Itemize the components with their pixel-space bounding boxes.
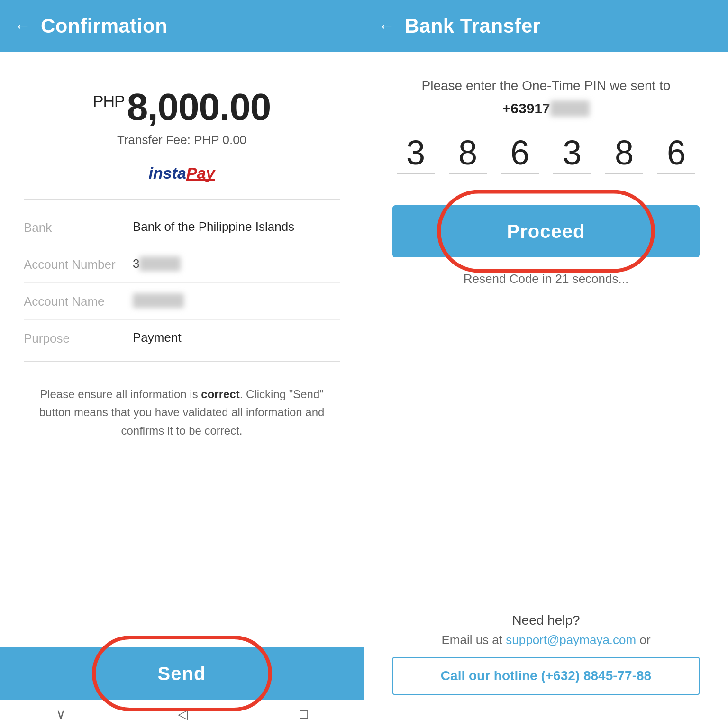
instapay-logo: instaPay xyxy=(24,164,340,182)
otp-phone: +63917 xyxy=(392,100,700,117)
otp-digit-box: 8 xyxy=(605,136,643,174)
otp-digit-underline xyxy=(501,173,539,174)
otp-digit-box: 3 xyxy=(397,136,435,174)
transfer-fee: Transfer Fee: PHP 0.00 xyxy=(24,133,340,147)
resend-text: Resend Code in 21 seconds... xyxy=(392,272,700,286)
amount-display: PHP8,000.00 xyxy=(24,85,340,129)
nav-chevron-icon[interactable]: ∨ xyxy=(56,706,66,722)
left-back-button[interactable]: ← xyxy=(14,18,31,35)
otp-digit[interactable]: 6 xyxy=(657,136,695,170)
left-panel: ← Confirmation PHP8,000.00 Transfer Fee:… xyxy=(0,0,364,728)
info-table: Bank Bank of the Philippine Islands Acco… xyxy=(24,209,340,356)
proceed-button[interactable]: Proceed xyxy=(392,205,700,257)
purpose-row: Purpose Payment xyxy=(24,320,340,356)
otp-digit[interactable]: 6 xyxy=(501,136,539,170)
account-number-label: Account Number xyxy=(24,256,133,272)
send-button[interactable]: Send xyxy=(0,647,364,700)
email-link[interactable]: support@paymaya.com xyxy=(506,633,636,647)
amount-section: PHP8,000.00 Transfer Fee: PHP 0.00 xyxy=(24,71,340,157)
left-content: PHP8,000.00 Transfer Fee: PHP 0.00 insta… xyxy=(0,52,364,647)
otp-digit-box: 3 xyxy=(553,136,591,174)
purpose-value: Payment xyxy=(133,330,340,345)
account-name-row: Account Name xyxy=(24,283,340,320)
send-button-container: Send xyxy=(0,647,364,700)
account-number-value: 3 xyxy=(133,256,340,271)
right-content: Please enter the One-Time PIN we sent to… xyxy=(364,52,728,728)
proceed-button-container: Proceed xyxy=(392,205,700,257)
account-number-row: Account Number 3 xyxy=(24,246,340,283)
nav-square-icon[interactable]: □ xyxy=(300,707,308,722)
otp-digit-underline xyxy=(657,173,695,174)
otp-digit-underline xyxy=(449,173,487,174)
need-help-label: Need help? xyxy=(392,613,700,628)
otp-digit[interactable]: 3 xyxy=(553,136,591,170)
otp-digit-box: 6 xyxy=(657,136,695,174)
otp-digit-underline xyxy=(605,173,643,174)
otp-digit-underline xyxy=(397,173,435,174)
left-header-title: Confirmation xyxy=(41,15,167,37)
bottom-divider xyxy=(24,361,340,362)
otp-digit-box: 8 xyxy=(449,136,487,174)
right-back-button[interactable]: ← xyxy=(378,18,395,35)
account-name-blurred xyxy=(133,293,184,308)
instapay-pay: Pay xyxy=(186,164,215,182)
otp-digit[interactable]: 8 xyxy=(605,136,643,170)
email-text: Email us at support@paymaya.com or xyxy=(392,633,700,647)
account-number-blurred xyxy=(139,256,181,271)
bank-row: Bank Bank of the Philippine Islands xyxy=(24,209,340,246)
disclaimer-text: Please ensure all information is correct… xyxy=(24,371,340,454)
help-section: Need help? Email us at support@paymaya.c… xyxy=(392,613,700,714)
nav-bar: ∨ ◁ □ xyxy=(0,700,364,728)
right-panel: ← Bank Transfer Please enter the One-Tim… xyxy=(364,0,728,728)
account-name-value xyxy=(133,293,340,308)
top-divider xyxy=(24,199,340,200)
purpose-label: Purpose xyxy=(24,330,133,346)
bank-label: Bank xyxy=(24,219,133,235)
otp-instruction: Please enter the One-Time PIN we sent to xyxy=(392,76,700,96)
otp-digit[interactable]: 3 xyxy=(397,136,435,170)
instapay-insta: insta xyxy=(149,164,186,182)
otp-digit-underline xyxy=(553,173,591,174)
currency-prefix: PHP xyxy=(93,92,125,110)
left-header: ← Confirmation xyxy=(0,0,364,52)
right-header: ← Bank Transfer xyxy=(364,0,728,52)
otp-digits-container: 386386 xyxy=(392,136,700,182)
hotline-button[interactable]: Call our hotline (+632) 8845-77-88 xyxy=(392,657,700,695)
nav-back-icon[interactable]: ◁ xyxy=(178,706,188,722)
otp-digit-box: 6 xyxy=(501,136,539,174)
phone-blurred xyxy=(550,100,590,117)
bank-value: Bank of the Philippine Islands xyxy=(133,219,340,234)
account-name-label: Account Name xyxy=(24,293,133,309)
otp-digit[interactable]: 8 xyxy=(449,136,487,170)
right-header-title: Bank Transfer xyxy=(405,15,541,37)
